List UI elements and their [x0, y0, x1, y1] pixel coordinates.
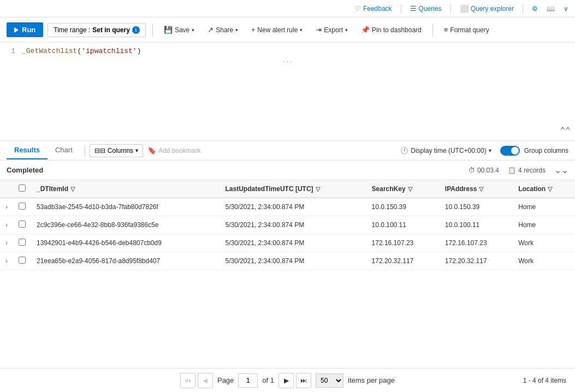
- save-button[interactable]: 💾 Save ▾: [159, 23, 199, 37]
- editor-line-1: 1 _GetWatchlist('ipwatchlist'): [7, 47, 568, 55]
- columns-button[interactable]: ⊟⊟ Columns ▾: [90, 144, 143, 157]
- editor-ellipsis: ...: [7, 55, 568, 66]
- line-number: 1: [7, 47, 15, 55]
- th-dtitemid: _DTItemId ▽: [31, 180, 220, 198]
- add-bookmark-button[interactable]: 🔖 Add bookmark: [143, 144, 205, 157]
- cell-searchkey: 10.0.150.39: [366, 198, 440, 216]
- of-label: of 1: [262, 376, 274, 384]
- export-chevron-icon: ▾: [345, 27, 348, 33]
- expand-cell[interactable]: ›: [0, 234, 13, 252]
- table-body: ›53adb3ae-2545-4d10-b3da-7fab80d7826f5/3…: [0, 198, 575, 270]
- share-button[interactable]: ↗ Share ▾: [203, 23, 242, 37]
- format-query-button[interactable]: ≡ Format query: [440, 23, 494, 37]
- table-row: ›21eea65b-e2a9-4056-817d-a8d95f8bd4075/3…: [0, 252, 575, 270]
- status-bar: Completed ⏱ 00:03.4 📋 4 records ⌄⌄: [0, 161, 575, 180]
- completed-status: Completed: [7, 166, 43, 174]
- first-page-button[interactable]: ⏮: [180, 373, 195, 388]
- cell-lastupdatedtimeutc: 5/30/2021, 2:34:00.874 PM: [220, 252, 366, 270]
- filter-searchkey-icon[interactable]: ▽: [408, 186, 412, 193]
- share-chevron-icon: ▾: [235, 27, 238, 33]
- chevron-down-button[interactable]: ∨: [564, 5, 568, 13]
- plus-icon: +: [251, 26, 255, 34]
- display-time-chevron-icon: ▾: [489, 147, 491, 153]
- cell-ipaddress: 172.20.32.117: [440, 252, 513, 270]
- save-chevron-icon: ▾: [192, 27, 194, 33]
- pagination: ⏮ ◀ Page of 1 ▶ ⏭ 50 100 200 items per p…: [0, 368, 575, 392]
- tab-separator: [85, 145, 85, 156]
- share-icon: ↗: [208, 26, 214, 34]
- status-right: ⏱ 00:03.4 📋 4 records ⌄⌄: [469, 165, 568, 175]
- cell-lastupdatedtimeutc: 5/30/2021, 2:34:00.874 PM: [220, 198, 366, 216]
- duration-value: 00:03.4: [477, 167, 499, 174]
- new-alert-rule-button[interactable]: + New alert rule ▾: [247, 23, 307, 37]
- row-checkbox[interactable]: [19, 203, 26, 210]
- row-checkbox-cell: [13, 252, 31, 270]
- filter-dtitemid-icon[interactable]: ▽: [70, 186, 75, 193]
- records-value: 4 records: [518, 167, 546, 174]
- row-checkbox[interactable]: [19, 257, 26, 264]
- duration-item: ⏱ 00:03.4: [469, 167, 499, 174]
- pin-to-dashboard-button[interactable]: 📌 Pin to dashboard: [357, 23, 426, 37]
- page-number-input[interactable]: [238, 373, 258, 388]
- items-per-page-label: items per page: [348, 376, 395, 384]
- filter-location-icon[interactable]: ▽: [548, 186, 552, 193]
- cell-_dtitemid: 53adb3ae-2545-4d10-b3da-7fab80d7826f: [31, 198, 220, 216]
- func-name: _GetWatchlist: [22, 47, 77, 55]
- row-checkbox-cell: [13, 198, 31, 216]
- expand-cell[interactable]: ›: [0, 252, 13, 270]
- editor-area[interactable]: 1 _GetWatchlist('ipwatchlist') ... ⌃⌃: [0, 43, 575, 141]
- columns-chevron-icon: ▾: [135, 147, 138, 153]
- th-checkbox: [13, 180, 31, 198]
- time-range-value: Set in query: [92, 26, 130, 34]
- group-columns-label: Group columns: [524, 147, 568, 155]
- collapse-icon[interactable]: ⌃⌃: [560, 125, 571, 136]
- prev-page-button[interactable]: ◀: [198, 373, 213, 388]
- cell-ipaddress: 10.0.150.39: [440, 198, 513, 216]
- items-per-page-select[interactable]: 50 100 200: [316, 373, 343, 388]
- select-all-checkbox[interactable]: [19, 185, 26, 192]
- query-explorer-icon: ⬜: [460, 4, 469, 13]
- book-icon-button[interactable]: 📖: [547, 5, 555, 13]
- tab-chart[interactable]: Chart: [48, 141, 80, 159]
- cell-_dtitemid: 21eea65b-e2a9-4056-817d-a8d95f8bd407: [31, 252, 220, 270]
- cell-ipaddress: 172.16.107.23: [440, 234, 513, 252]
- cell-_dtitemid: 2c9c396e-ce66-4e32-8bb8-936fa9386c5e: [31, 216, 220, 234]
- tab-results[interactable]: Results: [7, 141, 48, 159]
- cell-location: Work: [513, 234, 575, 252]
- run-button[interactable]: Run: [7, 22, 43, 37]
- display-time-button[interactable]: 🕐 Display time (UTC+00:00) ▾: [396, 145, 495, 157]
- chevron-down-icon: ∨: [564, 5, 568, 13]
- main-toolbar: Run Time range : Set in query i 💾 Save ▾…: [0, 17, 575, 43]
- cell-lastupdatedtimeutc: 5/30/2021, 2:34:00.874 PM: [220, 234, 366, 252]
- queries-button[interactable]: ☰ Queries: [410, 4, 442, 13]
- query-explorer-button[interactable]: ⬜ Query explorer: [460, 4, 514, 13]
- next-page-button[interactable]: ▶: [278, 373, 294, 388]
- cell-searchkey: 10.0.100.11: [366, 216, 440, 234]
- toolbar-separator-3: [523, 4, 523, 13]
- expand-cell[interactable]: ›: [0, 216, 13, 234]
- toolbar-separator: [401, 4, 401, 13]
- cell-ipaddress: 10.0.100.11: [440, 216, 513, 234]
- bookmark-icon: 🔖: [147, 146, 156, 155]
- group-columns-toggle[interactable]: [500, 146, 520, 156]
- row-checkbox[interactable]: [19, 221, 26, 228]
- filter-lastupdated-icon[interactable]: ▽: [316, 186, 320, 193]
- save-icon: 💾: [164, 26, 173, 34]
- expand-cell[interactable]: ›: [0, 198, 13, 216]
- filter-ipaddress-icon[interactable]: ▽: [479, 186, 483, 193]
- table-row: ›13942901-e4b9-4426-b546-deb4807cb0d95/3…: [0, 234, 575, 252]
- expand-icon[interactable]: ⌄⌄: [554, 165, 568, 175]
- queries-icon: ☰: [410, 4, 417, 13]
- clock-icon: 🕐: [400, 147, 408, 155]
- records-icon: 📋: [508, 167, 516, 174]
- columns-icon: ⊟⊟: [94, 147, 105, 155]
- last-page-button[interactable]: ⏭: [296, 373, 311, 388]
- time-range-button[interactable]: Time range : Set in query i: [48, 23, 146, 37]
- export-button[interactable]: ⇥ Export ▾: [311, 23, 352, 37]
- toggle-group: 🕐 Display time (UTC+00:00) ▾ Group colum…: [392, 145, 568, 157]
- gear-icon-button[interactable]: ⚙: [532, 5, 538, 13]
- table-container: _DTItemId ▽ LastUpdatedTimeUTC [UTC] ▽ S…: [0, 180, 575, 368]
- row-checkbox[interactable]: [19, 239, 26, 246]
- feedback-button[interactable]: ♡ Feedback: [355, 5, 392, 13]
- table-row: ›53adb3ae-2545-4d10-b3da-7fab80d7826f5/3…: [0, 198, 575, 216]
